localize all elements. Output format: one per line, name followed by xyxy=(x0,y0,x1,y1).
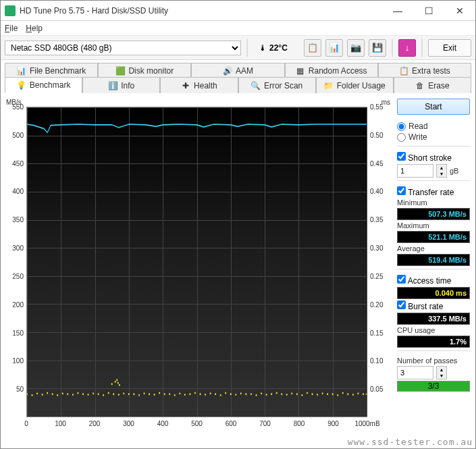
svg-point-26 xyxy=(159,392,160,394)
tab-info[interactable]: ℹ️Info xyxy=(82,77,160,93)
watermark: www.ssd-tester.com.au xyxy=(348,437,473,447)
svg-point-7 xyxy=(62,392,63,394)
menu-help[interactable]: Help xyxy=(26,24,43,33)
tab-error-scan[interactable]: 🔍Error Scan xyxy=(238,77,316,93)
error-scan-icon: 🔍 xyxy=(251,81,261,90)
temperature-display: 🌡 22°C xyxy=(259,43,288,53)
svg-point-2 xyxy=(36,392,38,394)
svg-point-18 xyxy=(118,394,120,396)
svg-point-28 xyxy=(169,393,170,395)
svg-point-6 xyxy=(57,394,58,396)
action-button[interactable]: ↓ xyxy=(398,39,416,57)
avg-label: Average xyxy=(397,244,470,253)
svg-point-16 xyxy=(108,392,109,394)
thermometer-icon: 🌡 xyxy=(259,43,267,53)
svg-point-43 xyxy=(246,393,247,395)
short-stroke-stepper[interactable]: ▲▼ xyxy=(436,164,447,178)
random-access-icon: ▦ xyxy=(296,66,305,76)
close-button[interactable]: ✕ xyxy=(444,1,475,21)
window-title: HD Tune Pro 5.75 - Hard Disk/SSD Utility xyxy=(20,6,382,16)
short-stroke-check[interactable]: Short stroke xyxy=(397,152,470,163)
svg-point-31 xyxy=(184,394,186,396)
svg-point-57 xyxy=(317,394,318,396)
svg-point-51 xyxy=(286,394,288,396)
benchmark-chart: MB/s ms 50100150200250300350400450500550… xyxy=(6,99,390,429)
minimize-button[interactable]: — xyxy=(382,1,413,21)
tab-benchmark[interactable]: 💡Benchmark xyxy=(5,77,82,93)
svg-point-0 xyxy=(27,393,28,395)
side-panel: Start Read Write Short stroke ▲▼ gB Tran… xyxy=(397,99,470,429)
svg-point-34 xyxy=(200,393,201,395)
tab-file-benchmark[interactable]: 📊File Benchmark xyxy=(5,63,98,78)
tab-disk-monitor[interactable]: 🟩Disk monitor xyxy=(98,63,191,78)
svg-point-1 xyxy=(32,394,33,396)
menu-bar: File Help xyxy=(1,21,475,36)
toolbar-separator xyxy=(392,39,393,57)
read-radio[interactable]: Read xyxy=(397,122,470,131)
svg-point-3 xyxy=(42,394,43,396)
svg-point-24 xyxy=(149,393,150,395)
passes-progress: 3/3 xyxy=(397,381,470,392)
tab-random-access[interactable]: ▦Random Access xyxy=(285,63,378,78)
transfer-rate-check[interactable]: Transfer rate xyxy=(397,186,470,197)
copy-chart-button[interactable]: 📊 xyxy=(325,39,343,57)
svg-point-33 xyxy=(194,392,196,394)
screenshot-button[interactable]: 📷 xyxy=(347,39,365,57)
svg-point-58 xyxy=(322,392,323,394)
folder-usage-icon: 📁 xyxy=(324,81,334,90)
svg-point-27 xyxy=(164,393,165,395)
svg-point-14 xyxy=(98,393,99,395)
svg-point-67 xyxy=(366,393,367,395)
cpu-label: CPU usage xyxy=(397,326,470,334)
svg-point-32 xyxy=(190,393,191,395)
svg-point-69 xyxy=(115,381,116,383)
burst-rate-check[interactable]: Burst rate xyxy=(397,300,470,311)
min-value: 507.3 MB/s xyxy=(397,208,470,220)
svg-point-37 xyxy=(215,393,216,395)
svg-point-72 xyxy=(119,384,120,386)
exit-button[interactable]: Exit xyxy=(428,39,471,57)
menu-file[interactable]: File xyxy=(5,24,18,33)
svg-point-13 xyxy=(92,392,94,394)
aam-icon: 🔊 xyxy=(223,66,232,76)
svg-point-70 xyxy=(116,379,117,381)
tab-content: MB/s ms 50100150200250300350400450500550… xyxy=(1,93,475,435)
access-time-check[interactable]: Access time xyxy=(397,275,470,286)
svg-point-47 xyxy=(266,394,267,396)
tab-extra-tests[interactable]: 📋Extra tests xyxy=(378,63,471,78)
svg-point-55 xyxy=(307,392,308,394)
svg-point-39 xyxy=(225,392,226,394)
short-stroke-input[interactable] xyxy=(397,164,433,178)
svg-point-35 xyxy=(205,394,206,396)
svg-point-22 xyxy=(138,394,140,396)
tab-health[interactable]: ✚Health xyxy=(160,77,238,93)
tab-folder-usage[interactable]: 📁Folder Usage xyxy=(316,77,394,93)
svg-point-12 xyxy=(88,394,89,396)
toolbar-separator xyxy=(421,39,423,57)
extra-tests-icon: 📋 xyxy=(399,66,408,76)
tab-aam[interactable]: 🔊AAM xyxy=(191,63,284,78)
save-button[interactable]: 💾 xyxy=(369,39,386,57)
app-icon xyxy=(5,5,16,16)
tab-erase[interactable]: 🗑Erase xyxy=(394,77,471,93)
svg-point-53 xyxy=(296,393,298,395)
y-axis-left: 50100150200250300350400450500550 xyxy=(6,107,25,417)
y-axis-right: 0.050.100.150.200.250.300.350.400.450.50… xyxy=(369,107,390,417)
file-benchmark-icon: 📊 xyxy=(17,66,26,76)
chart-column: MB/s ms 50100150200250300350400450500550… xyxy=(6,99,390,429)
svg-point-62 xyxy=(342,392,344,394)
toolbar-separator xyxy=(246,39,248,57)
svg-point-63 xyxy=(347,393,348,395)
svg-point-38 xyxy=(220,394,221,396)
copy-button[interactable]: 📋 xyxy=(304,39,321,57)
passes-input[interactable] xyxy=(397,366,433,379)
svg-point-64 xyxy=(352,394,354,396)
passes-stepper[interactable]: ▲▼ xyxy=(436,366,447,379)
titlebar: HD Tune Pro 5.75 - Hard Disk/SSD Utility… xyxy=(1,1,475,21)
min-label: Minimum xyxy=(397,199,470,207)
maximize-button[interactable]: ☐ xyxy=(413,1,444,21)
svg-point-15 xyxy=(103,394,104,396)
start-button[interactable]: Start xyxy=(397,99,470,115)
drive-select[interactable]: Netac SSD 480GB (480 gB) xyxy=(5,41,241,55)
write-radio[interactable]: Write xyxy=(397,132,470,142)
